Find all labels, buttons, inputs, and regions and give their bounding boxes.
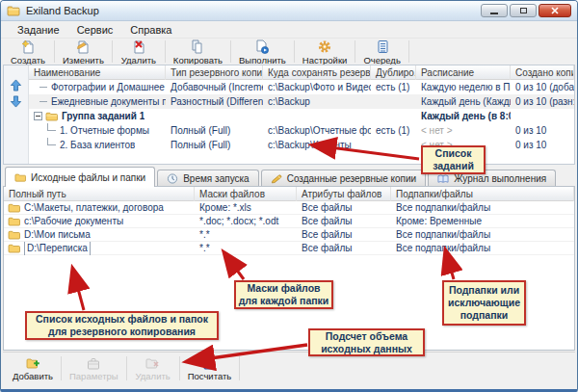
col-file-masks[interactable]: Маски файлов [195,187,297,201]
settings-button[interactable]: Настройки [296,39,355,65]
table-row[interactable]: 2. База клиентов Полный (Full) c:\Backup… [29,138,574,152]
run-job-icon [254,39,270,54]
delete-button[interactable]: Удалить [114,39,164,65]
toolbar-separator [294,40,295,63]
col-type[interactable]: Тип резервного копирования [166,65,263,80]
remove-label: Удалить [136,371,171,381]
col-subfolders[interactable]: Подпапки/файлы [391,187,574,201]
col-file-attrs[interactable]: Атрибуты файлов [297,187,391,201]
minimize-button[interactable] [481,4,508,17]
tab-strip: Исходные файлы и папки Время запуска Соз… [3,167,575,187]
toolbar-separator [179,356,180,380]
edit-job-icon [75,39,91,54]
toolbar-separator [54,40,55,63]
callout-source-list: Список исходных файлов и папок для резер… [25,311,219,340]
run-button[interactable]: Выполнить [232,39,293,65]
window-title: Exiland Backup [26,5,99,16]
journal-icon [437,173,449,184]
settings-label: Настройки [302,55,348,65]
tab-created-copies[interactable]: Созданные резервные копии [261,170,427,187]
queue-icon [375,39,390,54]
calculator-icon [203,356,215,370]
backup-copies-icon [271,173,282,184]
add-button[interactable]: Добавить [7,353,59,384]
copy-job-icon [190,39,205,54]
delete-job-icon [131,39,146,54]
table-row[interactable]: Ежедневные документы по работе Разностны… [29,94,574,109]
col-copies[interactable]: Создано копий [511,65,574,80]
jobs-panel: Наименование Тип резервного копирования … [3,65,575,165]
remove-button[interactable]: Удалить [129,353,177,384]
add-label: Добавить [13,371,53,381]
exiland-backup-window: Exiland Backup Задание Сервис Справка Со… [0,0,578,392]
minimize-icon [490,13,498,14]
delete-label: Удалить [121,55,156,65]
table-row[interactable]: 1. Отчетные формы Полный (Full) c:\Backu… [29,123,574,138]
tree-line [47,138,56,145]
callout-calc-size: Подсчет объема исходных данных [308,328,425,356]
folder-icon [45,112,58,121]
menu-task[interactable]: Задание [9,23,68,37]
params-icon [87,356,100,370]
toolbar-separator [112,40,113,63]
col-schedule[interactable]: Расписание [416,65,511,80]
folder-icon [8,217,20,226]
edit-label: Изменить [63,55,104,65]
title-bar: Exiland Backup [1,1,577,21]
menu-bar: Задание Сервис Справка [1,21,577,38]
queue-label: Очередь [363,55,400,65]
move-down-icon[interactable] [10,95,22,108]
calculate-button[interactable]: Посчитать [182,353,238,384]
calculate-label: Посчитать [188,371,232,381]
col-name[interactable]: Наименование [29,65,166,80]
collapse-expander-icon[interactable] [34,112,42,120]
col-full-path[interactable]: Полный путь [4,187,195,201]
move-up-icon[interactable] [10,79,22,91]
jobs-table: Наименование Тип резервного копирования … [29,65,574,164]
callout-subfolders: Подпапки или исключающие подпапки [442,280,526,326]
menu-help[interactable]: Справка [121,23,180,37]
table-row[interactable]: c:\Рабочие документы *.doc; *.docx; *.od… [4,215,574,228]
maximize-button[interactable] [510,4,537,17]
toolbar-separator [355,40,355,63]
settings-icon [317,39,332,54]
jobs-table-header: Наименование Тип резервного копирования … [29,65,574,80]
table-row-group[interactable]: Группа заданий 1 Каждый день (в 8:00) [29,109,574,123]
params-button[interactable]: Параметры [64,353,124,384]
files-toolbar: Добавить Параметры Удалить Посчитать [3,352,575,384]
params-label: Параметры [69,371,118,381]
close-button[interactable] [539,4,571,17]
files-table-header: Полный путь Маски файлов Атрибуты файлов… [4,187,574,201]
remove-folder-icon [145,356,160,370]
table-row[interactable]: Фотографии и Домашнее видео Добавочный (… [29,80,574,94]
toolbar-separator [126,356,127,380]
create-button[interactable]: Создать [3,39,53,65]
col-dest[interactable]: Куда сохранять резервные копии [263,65,371,80]
app-folder-icon [7,5,20,16]
table-row[interactable]: D:\Мои письма *.* Все файлы Все подпапки… [4,228,574,242]
copy-button[interactable]: Копировать [167,39,229,65]
toolbar-separator [408,40,409,63]
tab-source-files[interactable]: Исходные файлы и папки [5,167,155,187]
maximize-icon [520,8,527,13]
callout-jobs-list: Список заданий [421,145,486,174]
close-icon [551,7,559,14]
copy-label: Копировать [173,55,223,65]
queue-button[interactable]: Очередь [356,39,407,65]
tree-line [39,87,47,88]
main-toolbar: Создать Изменить Удалить Копировать Выпо… [1,38,577,65]
new-job-icon [20,39,36,54]
menu-service[interactable]: Сервис [68,23,122,37]
col-dup[interactable]: Дублиро... [371,65,416,80]
toolbar-separator [61,356,62,380]
tree-line [39,101,47,102]
table-row[interactable]: C:\Макеты, платежки, договора Кроме: *.x… [4,201,574,215]
folder-icon [8,203,20,213]
tab-start-time[interactable]: Время запуска [157,170,258,187]
run-label: Выполнить [239,55,286,65]
edit-button[interactable]: Изменить [56,39,111,65]
callout-file-masks: Маски файлов для каждой папки [234,280,333,309]
table-row-selected[interactable]: D:\Переписка *.* Все файлы Все подпапки/… [4,242,574,255]
jobs-reorder-gutter [4,65,29,164]
folder-icon [8,230,20,240]
